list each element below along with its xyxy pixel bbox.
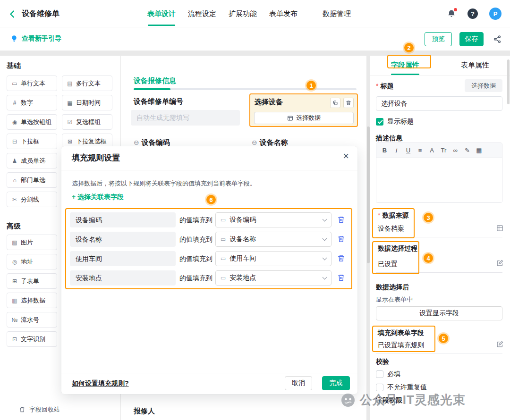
tab-data-management[interactable]: 数据管理 [323,0,351,27]
notifications-button[interactable] [447,9,456,18]
table-picker-icon[interactable] [496,225,503,232]
sidebar-item-select-data[interactable]: ▥选择数据 [7,293,57,308]
select-data-button[interactable]: 选择数据 [254,112,354,124]
target-field-dropdown[interactable]: ▭ 设备编码 [215,212,332,227]
edit-icon[interactable] [496,260,503,267]
sidebar-item-multi-line-text[interactable]: ▤多行文本 [62,76,112,91]
source-field: 设备名称 [70,232,176,247]
tab-flow-settings[interactable]: 流程设定 [188,0,216,27]
select-process-value[interactable]: 已设置 [378,260,398,269]
department-icon: ⌂ [11,177,18,184]
target-field-dropdown[interactable]: ▭ 安装地点 [215,270,332,286]
target-field-dropdown[interactable]: ▭ 设备名称 [215,232,332,247]
description-textarea[interactable] [376,158,502,203]
user-avatar[interactable]: P [489,8,502,20]
show-title-checkbox-row[interactable]: 显示标题 [376,118,414,126]
target-field-value: 安装地点 [230,274,319,282]
font-style-icon[interactable]: Tr [440,147,447,154]
select-device-label: 选择设备 [255,98,283,107]
sidebar-item-number[interactable]: #数字 [7,95,57,110]
help-button[interactable]: ? [468,8,478,19]
fill-text: 的值填充到 [179,232,212,247]
set-display-fields-button[interactable]: 设置显示字段 [376,306,502,320]
checked-checkbox-icon[interactable] [376,118,383,126]
sidebar-item-image[interactable]: ▧图片 [7,235,57,250]
beginner-guide-link[interactable]: 查看新手引导 [10,34,61,43]
title-select-data-button[interactable]: 选择数据 [465,79,502,92]
required-checkbox-row[interactable]: 必填 [376,370,400,378]
unchecked-checkbox-icon[interactable] [376,384,383,391]
sidebar-item-address[interactable]: ◎地址 [7,254,57,269]
no-duplicate-label: 不允许重复值 [387,383,427,392]
sidebar-item-department-single[interactable]: ⌂部门单选 [7,172,57,188]
fill-to-form-label: 填充到表单字段 [378,329,424,337]
step-badge-1: 1 [306,81,316,90]
panel-scrollbar[interactable] [507,59,510,104]
edit-icon[interactable] [496,341,503,348]
radio-icon: ◉ [11,119,18,126]
properties-panel: 字段属性 表单属性 *标题 选择数据 显示标题 描述信息 B I U ≡ A T… [370,56,510,420]
fill-rule-value[interactable]: 已设置填充规则 [378,341,424,350]
share-icon[interactable] [493,35,502,44]
chevron-down-icon [323,255,327,260]
fill-rule-row: 设备名称 的值填充到 ▭ 设备名称 [61,232,357,247]
canvas-section-title: 设备报修信息 [134,76,176,85]
sidebar-item-datetime[interactable]: ▦日期时间 [62,95,112,110]
field-label: 单行文本 [21,79,45,88]
sidebar-item-member-single[interactable]: ♟成员单选 [7,153,57,168]
single-line-text-icon: ▭ [221,236,226,243]
sidebar-item-serial-number[interactable]: №流水号 [7,312,57,328]
link-icon[interactable]: ∞ [452,147,459,154]
bold-icon[interactable]: B [381,147,388,154]
sidebar-item-checkbox-group[interactable]: ☑复选框组 [62,114,112,130]
field-label: 子表单 [21,277,39,286]
save-button[interactable]: 保存 [459,32,484,46]
italic-icon[interactable]: I [393,147,400,154]
device-name-text: 设备名称 [260,138,288,146]
description-editor: B I U ≡ A Tr ∞ ✎ ▦ [376,143,502,203]
select-device-field[interactable]: 选择设备 选择数据 [249,93,358,127]
sidebar-item-ocr[interactable]: ⊡文字识别 [7,331,57,347]
underline-icon[interactable]: U [405,147,412,154]
sidebar-item-single-line-text[interactable]: ▭单行文本 [7,76,57,91]
serial-input[interactable]: 自动生成无需填写 [131,110,240,126]
preview-button[interactable]: 预览 [425,32,452,46]
back-button[interactable] [7,8,19,20]
target-field-dropdown[interactable]: ▭ 使用车间 [215,251,332,266]
tab-extensions[interactable]: 扩展功能 [229,0,257,27]
data-source-value[interactable]: 设备档案 [378,225,404,233]
chevron-down-icon [323,217,327,221]
sidebar-item-select[interactable]: ⊟下拉框 [7,134,57,149]
title-input[interactable] [376,96,502,111]
delete-rule-button[interactable] [337,274,346,282]
delete-rule-button[interactable] [337,235,346,244]
help-link[interactable]: 如何设置填充规则? [72,379,129,388]
add-related-field-link[interactable]: + 选择关联表字段 [72,193,124,202]
confirm-button[interactable]: 完成 [322,376,350,390]
sidebar-item-subform[interactable]: ⊞子表单 [7,273,57,289]
delete-rule-button[interactable] [337,216,346,224]
delete-field-button[interactable] [343,98,354,108]
sidebar-item-radio-group[interactable]: ◉单选按钮组 [7,114,57,130]
font-color-icon[interactable]: A [428,147,435,154]
tab-form-design[interactable]: 表单设计 [147,0,176,27]
insert-image-icon[interactable]: ▦ [476,147,483,154]
no-duplicate-checkbox-row[interactable]: 不允许重复值 [376,383,427,392]
step-badge-4: 4 [424,253,433,263]
tab-form-properties[interactable]: 表单属性 [440,56,510,75]
delete-rule-button[interactable] [337,254,346,263]
modal-description: 选择数据后，将按以下规则将关联表字段的值填充到当前表单字段。 [72,179,256,188]
align-icon[interactable]: ≡ [416,147,424,154]
copy-field-button[interactable] [330,98,340,108]
sidebar-item-divider[interactable]: ✂分割线 [7,192,57,207]
tab-form-publish[interactable]: 表单发布 [269,0,298,27]
close-icon[interactable]: × [343,151,349,161]
required-mark: * [376,82,378,90]
field-label: 文字识别 [21,335,45,344]
pencil-icon[interactable]: ✎ [464,147,471,154]
field-recycle-bin[interactable]: 字段回收站 [0,399,120,420]
canvas-scrollbar[interactable] [367,126,370,263]
tab-field-properties[interactable]: 字段属性 [370,56,440,75]
unchecked-checkbox-icon[interactable] [376,370,383,378]
cancel-button[interactable]: 取消 [285,376,312,390]
